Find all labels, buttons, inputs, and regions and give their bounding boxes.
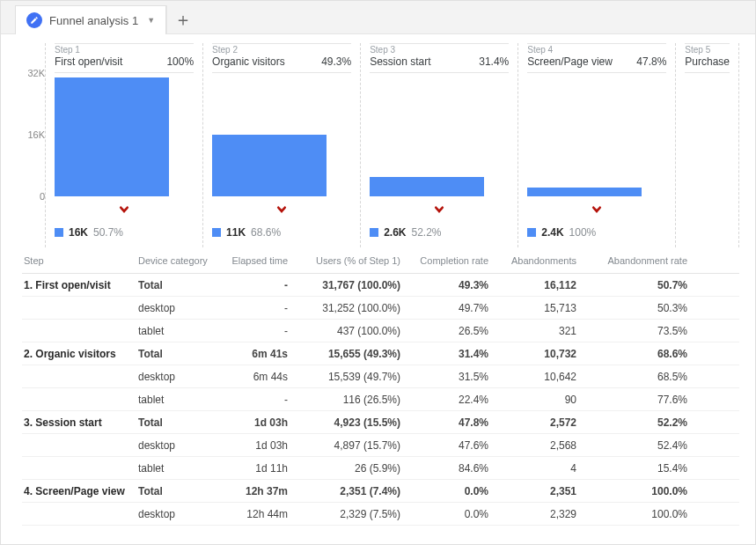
- cell-step: 3. Session start: [22, 416, 138, 429]
- cell-elapsed: 1d 03h: [217, 416, 300, 429]
- dropoff-value: 2.4K: [541, 226, 563, 239]
- step-header: Step 2 Organic visitors 49.3%: [212, 43, 351, 73]
- legend-swatch: [55, 228, 63, 237]
- cell-abandon-rate: 68.6%: [589, 348, 693, 360]
- tab-funnel-analysis[interactable]: Funnel analysis 1 ▼: [15, 5, 166, 34]
- cell-abandon-rate: 77.6%: [589, 394, 693, 406]
- legend-swatch: [212, 228, 221, 237]
- add-tab-button[interactable]: ＋: [166, 5, 198, 34]
- y-axis: 32K 16K 0: [15, 73, 45, 196]
- step-pct: 47.8%: [636, 55, 666, 68]
- cell-completion: 47.8%: [413, 416, 501, 429]
- funnel-bar[interactable]: [370, 177, 484, 196]
- table-row[interactable]: 3. Session start Total 1d 03h 4,923 (15.…: [22, 411, 739, 434]
- cell-step: 1. First open/visit: [22, 279, 138, 291]
- cell-abandon: 90: [501, 394, 589, 406]
- dropoff-legend: 11K 68.6%: [212, 221, 351, 247]
- cell-device: tablet: [138, 462, 217, 475]
- cell-abandon: 15,713: [501, 302, 589, 314]
- pencil-icon: [26, 12, 42, 28]
- dropoff-pct: 100%: [569, 226, 597, 239]
- cell-abandon: 2,351: [501, 485, 589, 497]
- funnel-step-col[interactable]: Step 4 Screen/Page view 47.8% 2.4K 100%: [518, 43, 676, 247]
- cell-elapsed: 1d 03h: [217, 439, 300, 452]
- cell-abandon: 2,572: [501, 416, 589, 429]
- col-device: Device category: [138, 255, 217, 266]
- table-row[interactable]: desktop 12h 44m 2,329 (7.5%) 0.0% 2,329 …: [22, 503, 739, 526]
- cell-completion: 0.0%: [413, 508, 501, 520]
- table-row[interactable]: 1. First open/visit Total - 31,767 (100.…: [22, 274, 739, 297]
- step-name: Screen/Page view: [527, 55, 613, 68]
- table-body: 1. First open/visit Total - 31,767 (100.…: [22, 274, 739, 526]
- dropoff-arrow: [55, 196, 194, 221]
- cell-abandon: 10,732: [501, 348, 589, 360]
- cell-completion: 49.3%: [413, 279, 501, 291]
- funnel-step-col[interactable]: Step 1 First open/visit 100% 16K 50.7%: [45, 43, 203, 247]
- funnel-step-col[interactable]: Step 2 Organic visitors 49.3% 11K 68.6%: [203, 43, 361, 247]
- bar-area: [212, 73, 351, 196]
- cell-abandon-rate: 73.5%: [589, 325, 693, 337]
- cell-device: desktop: [138, 508, 217, 520]
- table-row[interactable]: tablet 1d 11h 26 (5.9%) 84.6% 4 15.4%: [22, 457, 739, 480]
- y-tick: 16K: [27, 129, 45, 140]
- step-name: Session start: [370, 55, 430, 68]
- step-number: Step 3: [370, 45, 430, 55]
- dropoff-arrow: [370, 196, 509, 221]
- dropoff-value: 2.6K: [384, 226, 406, 239]
- chevron-down-icon: ▼: [147, 16, 155, 25]
- table-row[interactable]: tablet - 437 (100.0%) 26.5% 321 73.5%: [22, 320, 739, 342]
- cell-users: 31,252 (100.0%): [300, 302, 413, 314]
- funnel-step-col[interactable]: Step 5 Purchase: [676, 43, 739, 247]
- step-name: First open/visit: [55, 55, 122, 68]
- cell-users: 26 (5.9%): [300, 462, 413, 475]
- cell-abandon-rate: 50.3%: [589, 302, 693, 314]
- cell-elapsed: 1d 11h: [217, 462, 300, 475]
- cell-abandon-rate: 68.5%: [589, 371, 693, 383]
- cell-users: 4,923 (15.5%): [300, 416, 413, 429]
- cell-device: Total: [138, 485, 217, 497]
- funnel-bar[interactable]: [212, 135, 327, 196]
- cell-abandon: 2,568: [501, 439, 589, 452]
- col-users: Users (% of Step 1): [300, 255, 413, 266]
- cell-device: tablet: [138, 325, 217, 337]
- cell-completion: 49.7%: [413, 302, 501, 314]
- y-tick: 32K: [27, 68, 45, 78]
- cell-elapsed: 12h 44m: [217, 508, 300, 520]
- dropoff-arrow: [212, 196, 351, 221]
- cell-elapsed: 6m 44s: [217, 371, 300, 383]
- cell-completion: 47.6%: [413, 439, 501, 452]
- table-row[interactable]: desktop 6m 44s 15,539 (49.7%) 31.5% 10,6…: [22, 365, 739, 388]
- cell-abandon: 10,642: [501, 371, 589, 383]
- cell-device: desktop: [138, 302, 217, 314]
- funnel-bar[interactable]: [55, 77, 169, 196]
- cell-users: 4,897 (15.7%): [300, 439, 413, 452]
- cell-abandon-rate: 100.0%: [589, 485, 693, 497]
- table-row[interactable]: tablet - 116 (26.5%) 22.4% 90 77.6%: [22, 388, 739, 411]
- dropoff-arrow: [685, 196, 730, 221]
- step-header: Step 3 Session start 31.4%: [370, 43, 509, 73]
- bar-area: [55, 73, 194, 196]
- col-completion: Completion rate: [413, 255, 501, 266]
- legend-swatch: [370, 228, 378, 237]
- cell-abandon-rate: 52.4%: [589, 439, 693, 452]
- cell-device: desktop: [138, 439, 217, 452]
- table-header: Step Device category Elapsed time Users …: [22, 247, 739, 274]
- cell-completion: 84.6%: [413, 462, 501, 475]
- table-row[interactable]: 2. Organic visitors Total 6m 41s 15,655 …: [22, 342, 739, 365]
- table-row[interactable]: 4. Screen/Page view Total 12h 37m 2,351 …: [22, 480, 739, 503]
- funnel-step-col[interactable]: Step 3 Session start 31.4% 2.6K 52.2%: [361, 43, 518, 247]
- funnel-bar[interactable]: [527, 188, 642, 196]
- step-number: Step 1: [55, 45, 122, 55]
- tab-label: Funnel analysis 1: [49, 14, 138, 27]
- col-abandon-rate: Abandonment rate: [589, 255, 693, 266]
- table-row[interactable]: desktop 1d 03h 4,897 (15.7%) 47.6% 2,568…: [22, 434, 739, 457]
- funnel-columns: Step 1 First open/visit 100% 16K 50.7% S…: [45, 43, 739, 247]
- cell-users: 15,655 (49.3%): [300, 348, 413, 360]
- dropoff-value: 11K: [226, 226, 246, 239]
- table-row[interactable]: desktop - 31,252 (100.0%) 49.7% 15,713 5…: [22, 297, 739, 320]
- cell-users: 31,767 (100.0%): [300, 279, 413, 291]
- step-name: Purchase: [685, 55, 730, 68]
- step-pct: 31.4%: [479, 55, 509, 68]
- cell-elapsed: -: [217, 325, 300, 337]
- step-name: Organic visitors: [212, 55, 285, 68]
